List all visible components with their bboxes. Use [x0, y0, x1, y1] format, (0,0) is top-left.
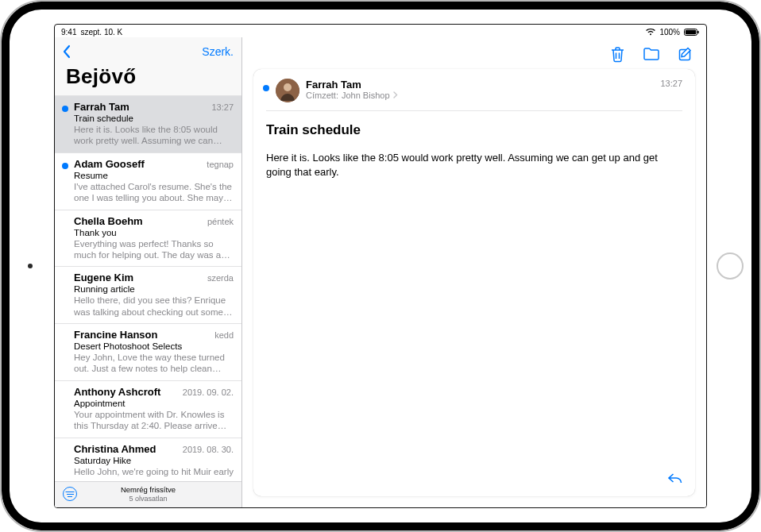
avatar[interactable]	[276, 79, 299, 102]
mail-from: Chella Boehm	[74, 215, 143, 227]
unread-dot-icon	[62, 106, 68, 112]
mail-subject: Appointment	[74, 399, 234, 408]
to-label: Címzett:	[306, 91, 338, 100]
mail-date: 2019. 08. 30.	[183, 445, 234, 454]
mail-from: Farrah Tam	[74, 101, 129, 113]
status-date: szept. 10. K	[80, 28, 122, 37]
mail-date: kedd	[214, 330, 234, 340]
ipad-frame: 9:41 szept. 10. K 100% Sz	[0, 0, 761, 532]
svg-point-5	[284, 83, 292, 91]
mail-subject: Resume	[74, 171, 234, 180]
message-to-line[interactable]: Címzett: John Bishop	[306, 91, 654, 100]
svg-rect-2	[697, 30, 699, 33]
svg-rect-1	[686, 29, 696, 33]
mail-from: Anthony Ashcroft	[74, 386, 160, 398]
compose-icon[interactable]	[678, 46, 693, 62]
wifi-icon	[646, 29, 655, 36]
mail-preview: Hey John, Love the way these turned out.…	[74, 352, 234, 375]
mail-preview: Everything was perfect! Thanks so much f…	[74, 238, 234, 261]
mail-subject: Running article	[74, 284, 234, 294]
mail-date: tegnap	[207, 160, 234, 169]
status-time: 9:41	[61, 28, 76, 37]
mail-preview: Hello there, did you see this? Enrique w…	[74, 295, 234, 318]
sidebar-footer: Nemrég frissítve 5 olvasatlan	[55, 481, 241, 507]
mail-list[interactable]: Farrah Tam13:27Train scheduleHere it is.…	[55, 95, 241, 481]
sidebar: Szerk. Bejövő Farrah Tam13:27Train sched…	[55, 37, 242, 507]
mail-subject: Saturday Hike	[74, 456, 234, 465]
battery-icon	[684, 29, 700, 36]
mail-preview: I've attached Carol's resume. She's the …	[74, 181, 234, 204]
message-from[interactable]: Farrah Tam	[306, 79, 654, 91]
mail-date: szerda	[207, 273, 234, 283]
mail-date: 13:27	[211, 102, 234, 112]
mail-from: Christina Ahmed	[74, 443, 156, 455]
mail-from: Francine Hanson	[74, 329, 157, 341]
mail-item[interactable]: Anthony Ashcroft2019. 09. 02.Appointment…	[55, 381, 241, 438]
mail-date: 2019. 09. 02.	[183, 387, 234, 397]
mail-date: péntek	[207, 217, 234, 226]
sidebar-nav: Szerk.	[55, 37, 241, 63]
detail-pane: Farrah Tam Címzett: John Bishop 13:27	[242, 37, 706, 507]
status-battery-text: 100%	[659, 28, 680, 37]
footer-status: Nemrég frissítve 5 olvasatlan	[63, 485, 234, 503]
message-header: Farrah Tam Címzett: John Bishop 13:27	[253, 69, 695, 110]
mail-item[interactable]: Adam GoosefftegnapResumeI've attached Ca…	[55, 153, 241, 210]
back-button[interactable]	[61, 44, 72, 59]
to-name: John Bishop	[342, 91, 390, 100]
mail-subject: Train schedule	[74, 114, 234, 123]
chevron-right-icon	[393, 91, 398, 100]
mail-preview: Hello John, we're going to hit Muir earl…	[74, 466, 234, 477]
mail-item[interactable]: Francine HansonkeddDesert Photoshoot Sel…	[55, 324, 241, 381]
home-button[interactable]	[717, 253, 744, 279]
inbox-title: Bejövő	[55, 63, 241, 95]
screen: 9:41 szept. 10. K 100% Sz	[54, 24, 707, 508]
mail-from: Adam Gooseff	[74, 158, 145, 170]
message-body: Here it is. Looks like the 8:05 would wo…	[253, 146, 695, 184]
detail-toolbar	[242, 37, 706, 66]
mail-item[interactable]: Christina Ahmed2019. 08. 30.Saturday Hik…	[55, 438, 241, 481]
camera-dot	[28, 264, 33, 268]
status-bar: 9:41 szept. 10. K 100%	[55, 25, 706, 37]
trash-icon[interactable]	[610, 46, 625, 63]
mail-preview: Your appointment with Dr. Knowles is thi…	[74, 409, 234, 432]
edit-button[interactable]: Szerk.	[202, 45, 234, 58]
footer-unread-count: 5 olvasatlan	[63, 495, 234, 503]
mail-preview: Here it is. Looks like the 8:05 would wo…	[74, 124, 234, 147]
folder-icon[interactable]	[643, 47, 660, 61]
mail-subject: Thank you	[74, 228, 234, 237]
mail-item[interactable]: Chella BoehmpéntekThank youEverything wa…	[55, 210, 241, 268]
message-card: Farrah Tam Címzett: John Bishop 13:27	[253, 69, 695, 496]
message-time: 13:27	[660, 79, 682, 88]
reply-icon[interactable]	[666, 471, 684, 488]
mail-subject: Desert Photoshoot Selects	[74, 341, 234, 351]
footer-updated-label: Nemrég frissítve	[63, 485, 234, 495]
message-subject: Train schedule	[253, 111, 695, 146]
unread-dot-icon	[263, 85, 269, 91]
mail-item[interactable]: Farrah Tam13:27Train scheduleHere it is.…	[55, 96, 241, 153]
mail-item[interactable]: Eugene KimszerdaRunning articleHello the…	[55, 267, 241, 324]
mail-from: Eugene Kim	[74, 272, 133, 283]
mail-app: Szerk. Bejövő Farrah Tam13:27Train sched…	[55, 37, 706, 507]
unread-dot-icon	[62, 163, 68, 169]
